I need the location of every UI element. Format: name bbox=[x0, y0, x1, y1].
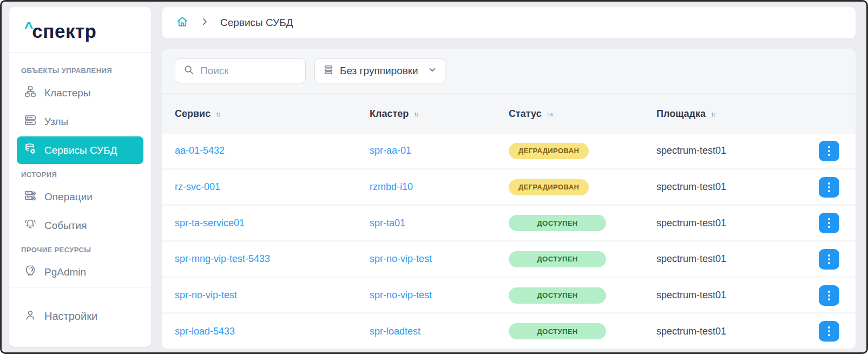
nav-section-history: ИСТОРИЯ bbox=[21, 171, 139, 179]
sidebar-item-label: Сервисы СУБД bbox=[44, 145, 117, 156]
table-row: spr-ta-service01 spr-ta01 ДОСТУПЕН spect… bbox=[162, 206, 856, 240]
table-row: spr-load-5433 spr-loadtest ДОСТУПЕН spec… bbox=[162, 314, 856, 349]
sort-icon: ↑↓ bbox=[215, 110, 219, 117]
status-badge: ДОСТУПЕН bbox=[509, 251, 606, 267]
table-row: spr-mng-vip-test-5433 spr-no-vip-test ДО… bbox=[162, 242, 856, 277]
site-value: spectrum-test01 bbox=[656, 253, 818, 265]
nav-section-objects: ОБЪЕКТЫ УПРАВЛЕНИЯ bbox=[21, 67, 139, 75]
pgadmin-icon bbox=[24, 264, 37, 280]
sidebar-item-events[interactable]: События bbox=[17, 212, 143, 239]
table-body: aa-01-5432 spr-aa-01 ДЕГРАДИРОВАН spectr… bbox=[162, 134, 856, 349]
services-panel: Без группировки Сервис ↑↓ Кластер ↑↓ bbox=[162, 49, 856, 349]
row-actions-button[interactable] bbox=[819, 249, 839, 270]
user-icon bbox=[24, 309, 37, 324]
sidebar-item-label: Кластеры bbox=[44, 87, 91, 99]
search-icon bbox=[183, 64, 195, 78]
sidebar-item-pgadmin[interactable]: PgAdmin bbox=[17, 258, 143, 286]
status-badge: ДОСТУПЕН bbox=[509, 287, 606, 304]
home-icon[interactable] bbox=[176, 15, 189, 30]
cluster-link[interactable]: rzmbd-i10 bbox=[370, 181, 509, 193]
row-actions-button[interactable] bbox=[819, 141, 839, 161]
grouping-dropdown[interactable]: Без группировки bbox=[314, 58, 445, 83]
nodes-icon bbox=[24, 114, 37, 129]
status-badge: ДЕГРАДИРОВАН bbox=[509, 143, 589, 159]
row-actions-button[interactable] bbox=[819, 177, 839, 198]
row-actions-button[interactable] bbox=[819, 321, 839, 342]
toolbar: Без группировки bbox=[162, 49, 856, 94]
sidebar-item-label: Операции bbox=[44, 191, 93, 203]
table-row: spr-no-vip-test spr-no-vip-test ДОСТУПЕН… bbox=[162, 278, 856, 313]
status-badge: ДОСТУПЕН bbox=[509, 215, 606, 231]
logo-caret-icon: ^ bbox=[24, 19, 32, 36]
service-link[interactable]: spr-load-5433 bbox=[175, 326, 370, 337]
service-link[interactable]: spr-mng-vip-test-5433 bbox=[175, 253, 370, 265]
site-value: spectrum-test01 bbox=[656, 326, 818, 337]
sidebar-item-clusters[interactable]: Кластеры bbox=[17, 79, 143, 107]
row-actions-button[interactable] bbox=[819, 285, 839, 306]
sort-icon: ↑↓ bbox=[413, 110, 417, 117]
grouping-selected-value: Без группировки bbox=[340, 65, 422, 77]
column-header-service[interactable]: Сервис ↑↓ bbox=[175, 108, 370, 120]
app-window: ^спектр ОБЪЕКТЫ УПРАВЛЕНИЯ Кластеры bbox=[0, 0, 868, 354]
breadcrumb: Сервисы СУБД bbox=[162, 7, 856, 38]
chevron-down-icon bbox=[428, 65, 437, 77]
column-header-cluster[interactable]: Кластер ↑↓ bbox=[370, 108, 509, 120]
cluster-link[interactable]: spr-aa-01 bbox=[370, 145, 509, 156]
cluster-link[interactable]: spr-no-vip-test bbox=[370, 253, 509, 265]
db-services-icon bbox=[24, 142, 37, 158]
sidebar-item-operations[interactable]: Операции bbox=[17, 183, 143, 211]
site-value: spectrum-test01 bbox=[656, 145, 818, 156]
kebab-icon bbox=[828, 146, 830, 148]
site-value: spectrum-test01 bbox=[656, 290, 818, 301]
kebab-icon bbox=[828, 291, 830, 293]
events-icon bbox=[24, 218, 37, 233]
kebab-icon bbox=[828, 254, 830, 257]
kebab-icon bbox=[828, 218, 830, 220]
sidebar-item-settings[interactable]: Настройки bbox=[17, 303, 143, 330]
service-link[interactable]: rz-svc-001 bbox=[175, 181, 370, 193]
sidebar-item-label: События bbox=[44, 220, 87, 232]
service-link[interactable]: aa-01-5432 bbox=[175, 145, 370, 156]
sort-icon: ↑↓ bbox=[711, 110, 714, 117]
breadcrumb-current-page: Сервисы СУБД bbox=[220, 17, 293, 29]
cluster-link[interactable]: spr-loadtest bbox=[370, 326, 509, 337]
table-row: aa-01-5432 spr-aa-01 ДЕГРАДИРОВАН spectr… bbox=[162, 134, 856, 168]
site-value: spectrum-test01 bbox=[656, 218, 818, 229]
service-link[interactable]: spr-ta-service01 bbox=[175, 218, 370, 229]
clusters-icon bbox=[24, 85, 37, 101]
kebab-icon bbox=[828, 182, 830, 185]
main-content: Сервисы СУБД bbox=[162, 7, 856, 349]
brand-name: спектр bbox=[32, 21, 96, 42]
table-header: Сервис ↑↓ Кластер ↑↓ Статус ↑a Площадка … bbox=[162, 94, 856, 134]
status-badge: ДЕГРАДИРОВАН bbox=[509, 179, 589, 195]
sidebar-item-label: Настройки bbox=[44, 310, 97, 323]
sidebar-footer: Настройки bbox=[9, 287, 151, 348]
site-value: spectrum-test01 bbox=[656, 181, 818, 193]
app-logo: ^спектр bbox=[9, 7, 151, 53]
sort-asc-icon: ↑a bbox=[547, 110, 553, 117]
sidebar: ^спектр ОБЪЕКТЫ УПРАВЛЕНИЯ Кластеры bbox=[9, 7, 151, 347]
sidebar-item-nodes[interactable]: Узлы bbox=[17, 108, 143, 135]
chevron-right-icon bbox=[200, 17, 209, 29]
column-header-site[interactable]: Площадка ↑↓ bbox=[656, 108, 818, 120]
sidebar-item-label: PgAdmin bbox=[44, 266, 86, 278]
search-input[interactable] bbox=[200, 65, 298, 77]
nav-section-other-resources: ПРОЧИЕ РЕСУРСЫ bbox=[21, 246, 139, 254]
cluster-link[interactable]: spr-no-vip-test bbox=[370, 290, 509, 301]
sidebar-nav: ОБЪЕКТЫ УПРАВЛЕНИЯ Кластеры bbox=[9, 53, 151, 287]
column-header-status[interactable]: Статус ↑a bbox=[509, 108, 656, 120]
operations-icon bbox=[24, 189, 37, 205]
cluster-link[interactable]: spr-ta01 bbox=[370, 218, 509, 229]
status-badge: ДОСТУПЕН bbox=[509, 323, 606, 339]
sidebar-item-label: Узлы bbox=[44, 116, 68, 128]
search-box bbox=[175, 58, 306, 83]
table-row: rz-svc-001 rzmbd-i10 ДЕГРАДИРОВАН spectr… bbox=[162, 170, 856, 205]
service-link[interactable]: spr-no-vip-test bbox=[175, 290, 370, 301]
sidebar-item-db-services[interactable]: Сервисы СУБД bbox=[17, 136, 143, 164]
grouping-icon bbox=[323, 64, 334, 78]
kebab-icon bbox=[828, 326, 830, 329]
row-actions-button[interactable] bbox=[819, 213, 839, 233]
